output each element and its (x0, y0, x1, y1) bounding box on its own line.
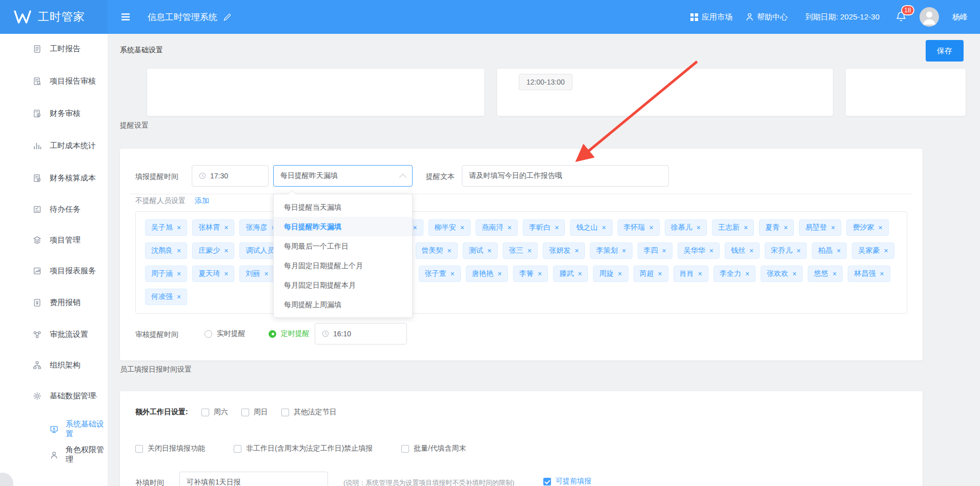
sidebar-item-project-reports[interactable]: 项目报表服务 (0, 260, 108, 281)
checkbox-unchecked-icon[interactable] (401, 445, 409, 453)
person-tag[interactable]: 张子萱× (419, 266, 461, 282)
frequency-select[interactable]: 每日提醒昨天漏填 (273, 165, 413, 187)
tag-close-icon[interactable]: × (878, 224, 882, 231)
tag-close-icon[interactable]: × (880, 270, 884, 277)
sidebar-item-system-base-settings[interactable]: 系统基础设置 (0, 419, 108, 439)
tag-close-icon[interactable]: × (447, 247, 452, 254)
tag-close-icon[interactable]: × (792, 270, 797, 277)
fill-reminder-time-input[interactable]: 17:30 (192, 165, 269, 187)
tag-close-icon[interactable]: × (618, 270, 622, 277)
tag-close-icon[interactable]: × (555, 224, 559, 231)
tag-close-icon[interactable]: × (602, 224, 606, 231)
tag-close-icon[interactable]: × (698, 270, 702, 277)
checkbox-unchecked-icon[interactable] (241, 409, 249, 416)
sidebar-item-base-data-management[interactable]: 基础数据管理 (0, 386, 108, 406)
person-tag[interactable]: 王志新× (712, 219, 754, 236)
advance-fill-checkbox[interactable]: 可提前填报 (543, 477, 591, 486)
report-toggle-option[interactable]: 关闭日报填报功能 (135, 444, 205, 453)
checkbox-unchecked-icon[interactable] (234, 445, 241, 453)
radio-scheduled-reminder[interactable]: 定时提醒 (269, 329, 310, 338)
radio-checked-icon[interactable] (269, 330, 276, 338)
person-tag[interactable]: 周旋× (593, 266, 628, 282)
frequency-option[interactable]: 每月固定日期提醒本月 (274, 275, 412, 295)
username[interactable]: 杨峰 (952, 12, 968, 22)
person-tag[interactable]: 李箐× (513, 266, 548, 282)
sidebar-item-finance-audit[interactable]: 财务审核 (0, 103, 108, 124)
app-market-link[interactable]: 应用市场 (690, 12, 732, 22)
sidebar-item-project-report-audit[interactable]: 项目报告审核 (0, 71, 108, 91)
checkbox-unchecked-icon[interactable] (281, 409, 289, 416)
tag-close-icon[interactable]: × (224, 224, 228, 231)
tag-close-icon[interactable]: × (527, 247, 532, 254)
tag-close-icon[interactable]: × (413, 224, 417, 231)
tag-close-icon[interactable]: × (224, 270, 228, 277)
person-tag[interactable]: 钱丝× (725, 242, 760, 259)
extra-workday-option[interactable]: 其他法定节日 (281, 408, 337, 417)
radio-unchecked-icon[interactable] (205, 330, 212, 338)
collapse-menu-icon[interactable] (121, 13, 130, 21)
person-tag[interactable]: 吴子旭× (145, 219, 187, 236)
extra-workday-option[interactable]: 周六 (201, 408, 228, 417)
person-tag[interactable]: 滕武× (553, 266, 588, 282)
person-tag[interactable]: 悠悠× (808, 266, 843, 282)
person-tag[interactable]: 柏晶× (812, 242, 847, 259)
tag-close-icon[interactable]: × (177, 293, 181, 300)
reminder-text-input[interactable]: 请及时填写今日的工作报告哦 (462, 165, 669, 187)
frequency-option[interactable]: 每日提醒昨天漏填 (274, 217, 412, 236)
checkbox-unchecked-icon[interactable] (201, 409, 209, 416)
sidebar-collapse-handle[interactable] (0, 473, 13, 486)
person-tag[interactable]: 唐艳艳× (466, 266, 508, 282)
tag-close-icon[interactable]: × (498, 270, 502, 277)
sidebar-item-project-management[interactable]: 项目管理 (0, 230, 108, 250)
frequency-option[interactable]: 每月固定日期提醒上个月 (274, 256, 412, 275)
tag-close-icon[interactable]: × (177, 224, 181, 231)
tag-close-icon[interactable]: × (709, 247, 713, 254)
person-tag[interactable]: 周子涵× (145, 266, 187, 282)
person-tag[interactable]: 李策划× (590, 242, 632, 259)
person-tag[interactable]: 吴家豪× (852, 242, 894, 259)
time-range-chip[interactable]: 12:00-13:00 (519, 74, 573, 90)
person-tag[interactable]: 沈鹡良× (145, 242, 187, 259)
notification-bell-icon[interactable]: 18 (896, 11, 906, 23)
report-toggle-option[interactable]: 批量/代填含周末 (401, 444, 466, 453)
tag-close-icon[interactable]: × (507, 224, 512, 231)
person-tag[interactable]: 费汐家× (846, 219, 888, 236)
edit-workspace-title-icon[interactable] (223, 13, 231, 21)
tag-close-icon[interactable]: × (649, 224, 654, 231)
tag-close-icon[interactable]: × (831, 224, 835, 231)
report-toggle-option[interactable]: 非工作日(含周末为法定工作日)禁止填报 (234, 444, 373, 453)
backfill-time-select[interactable]: 可补填前1天日报 (179, 472, 328, 486)
sidebar-item-todo-tasks[interactable]: 待办任务 (0, 199, 108, 219)
tag-close-icon[interactable]: × (697, 224, 701, 231)
person-tag[interactable]: 曾美契× (416, 242, 458, 259)
person-tag[interactable]: 李四× (638, 242, 672, 259)
person-tag[interactable]: 张欢欢× (761, 266, 803, 282)
person-tag[interactable]: 芮超× (634, 266, 668, 282)
frequency-option[interactable]: 每周最后一个工作日 (274, 236, 412, 256)
tag-close-icon[interactable]: × (836, 247, 841, 254)
tag-close-icon[interactable]: × (744, 224, 748, 231)
tag-close-icon[interactable]: × (451, 270, 455, 277)
person-tag[interactable]: 庄蒙少× (192, 242, 234, 259)
person-tag[interactable]: 夏青× (759, 219, 794, 236)
person-tag[interactable]: 张妍发× (543, 242, 585, 259)
person-tag[interactable]: 何凌强× (145, 289, 187, 305)
tag-close-icon[interactable]: × (224, 247, 228, 254)
person-tag[interactable]: 李昕白× (523, 219, 565, 236)
checkbox-checked-icon[interactable] (543, 478, 551, 485)
extra-workday-option[interactable]: 周日 (241, 408, 268, 417)
person-tag[interactable]: 测试× (463, 242, 498, 259)
radio-realtime-reminder[interactable]: 实时提醒 (205, 329, 246, 338)
person-tag[interactable]: 张林霄× (192, 219, 234, 236)
tag-close-icon[interactable]: × (749, 247, 753, 254)
tag-close-icon[interactable]: × (832, 270, 836, 277)
sidebar-item-worktime-cost-stats[interactable]: 工时成本统计 (0, 135, 108, 156)
tag-close-icon[interactable]: × (177, 247, 181, 254)
person-tag[interactable]: 李全力× (713, 266, 756, 282)
person-tag[interactable]: 夏天琦× (192, 266, 234, 282)
tag-close-icon[interactable]: × (797, 247, 801, 254)
sidebar-item-expense-claim[interactable]: 费用报销 (0, 292, 108, 313)
sidebar-item-approval-flow[interactable]: 审批流设置 (0, 324, 108, 345)
person-tag[interactable]: 吴华华× (678, 242, 720, 259)
checkbox-unchecked-icon[interactable] (135, 445, 143, 453)
